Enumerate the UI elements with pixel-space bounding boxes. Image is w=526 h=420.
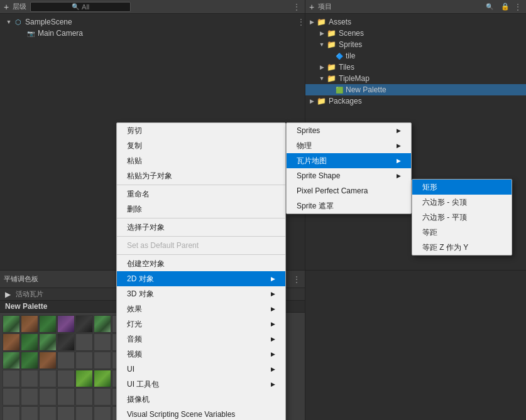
separator-4 [117,254,285,255]
physics-sub-label: 物理 [297,141,312,151]
light-label: 灯光 [127,319,142,330]
paste-child-label: 粘贴为子对象 [127,171,172,181]
sprites-sub-arrow: ▶ [397,127,401,134]
tilemap-sub-arrow: ▶ [397,158,401,164]
create-empty-item[interactable]: 创建空对象 [117,256,285,271]
pixel-perfect-sub-label: Pixel Perfect Camera [297,186,368,195]
copy-item[interactable]: 复制 [117,138,285,153]
physics-sub-arrow: ▶ [397,143,401,149]
rename-item[interactable]: 重命名 [117,186,285,202]
context-menu-overlay: 剪切 复制 粘贴 粘贴为子对象 重命名 删除 选择子对象 Set as Defa… [0,0,526,420]
cut-label: 剪切 [127,126,142,136]
visual-scripting-label: Visual Scripting Scene Variables [127,410,235,419]
video-item[interactable]: 视频 ▶ [117,347,285,362]
3d-object-item[interactable]: 3D 对象 ▶ [117,286,285,301]
tilemap-sub-item[interactable]: 瓦片地图 ▶ [287,153,411,168]
paste-child-item[interactable]: 粘贴为子对象 [117,168,285,183]
pixel-perfect-sub-item[interactable]: Pixel Perfect Camera [287,183,411,198]
video-arrow: ▶ [271,351,275,357]
sprite-mask-sub-item[interactable]: Sprite 遮罩 [287,198,411,213]
visual-scripting-item[interactable]: Visual Scripting Scene Variables [117,407,285,420]
audio-label: 音频 [127,334,142,345]
isometric-z-item[interactable]: 等距 Z 作为 Y [412,240,512,255]
tilemap-submenu: 矩形 六边形 - 尖顶 六边形 - 平顶 等距 等距 Z 作为 Y [412,179,512,256]
select-child-item[interactable]: 选择子对象 [117,220,285,235]
ui-label: UI [127,365,134,374]
cut-item[interactable]: 剪切 [117,123,285,138]
isometric-item[interactable]: 等距 [412,225,512,240]
isometric-z-label: 等距 Z 作为 Y [422,242,468,253]
set-default-parent-item: Set as Default Parent [117,238,285,253]
create-empty-label: 创建空对象 [127,259,165,269]
light-item[interactable]: 灯光 ▶ [117,316,285,331]
hex-flat-label: 六边形 - 平顶 [422,212,467,223]
sprite-mask-sub-label: Sprite 遮罩 [297,201,334,212]
separator-2 [117,218,285,218]
audio-arrow: ▶ [271,336,275,342]
ui-arrow: ▶ [271,366,275,372]
set-default-parent-label: Set as Default Parent [127,241,199,250]
physics-sub-item[interactable]: 物理 ▶ [287,138,411,153]
sprite-shape-sub-item[interactable]: Sprite Shape ▶ [287,168,411,183]
tilemap-sub-label: 瓦片地图 [297,156,327,166]
light-arrow: ▶ [271,321,275,327]
video-label: 视频 [127,349,142,360]
ui-item[interactable]: UI ▶ [117,362,285,377]
select-child-label: 选择子对象 [127,222,165,233]
hex-flat-item[interactable]: 六边形 - 平顶 [412,210,512,225]
context-menu: 剪切 复制 粘贴 粘贴为子对象 重命名 删除 选择子对象 Set as Defa… [116,122,286,420]
paste-label: 粘贴 [127,156,142,166]
hex-point-item[interactable]: 六边形 - 尖顶 [412,195,512,210]
sprites-sub-label: Sprites [297,126,320,135]
copy-label: 复制 [127,141,142,151]
hex-point-label: 六边形 - 尖顶 [422,197,467,208]
sprite-shape-sub-label: Sprite Shape [297,171,340,180]
delete-label: 删除 [127,204,142,215]
rename-label: 重命名 [127,189,150,200]
rect-label: 矩形 [422,182,437,193]
2d-object-submenu: Sprites ▶ 物理 ▶ 瓦片地图 ▶ Sprite Shape ▶ Pix… [286,122,412,214]
sprite-shape-sub-arrow: ▶ [397,173,401,179]
separator-3 [117,236,285,237]
2d-object-item[interactable]: 2D 对象 ▶ [117,271,285,286]
isometric-label: 等距 [422,227,437,238]
2d-object-label: 2D 对象 [127,274,154,284]
camera-item[interactable]: 摄像机 [117,392,285,407]
ui-toolkit-label: UI 工具包 [127,379,159,390]
delete-item[interactable]: 删除 [117,202,285,217]
separator-1 [117,185,285,185]
effects-arrow: ▶ [271,306,275,312]
paste-item[interactable]: 粘贴 [117,153,285,168]
ui-toolkit-arrow: ▶ [271,381,275,387]
audio-item[interactable]: 音频 ▶ [117,331,285,347]
ui-toolkit-item[interactable]: UI 工具包 ▶ [117,377,285,392]
3d-object-label: 3D 对象 [127,289,154,299]
3d-object-arrow: ▶ [271,291,275,297]
sprites-sub-item[interactable]: Sprites ▶ [287,123,411,138]
2d-object-arrow: ▶ [271,276,275,282]
effects-item[interactable]: 效果 ▶ [117,301,285,316]
rect-item[interactable]: 矩形 [412,180,512,195]
effects-label: 效果 [127,304,142,315]
camera-label: 摄像机 [127,394,150,405]
